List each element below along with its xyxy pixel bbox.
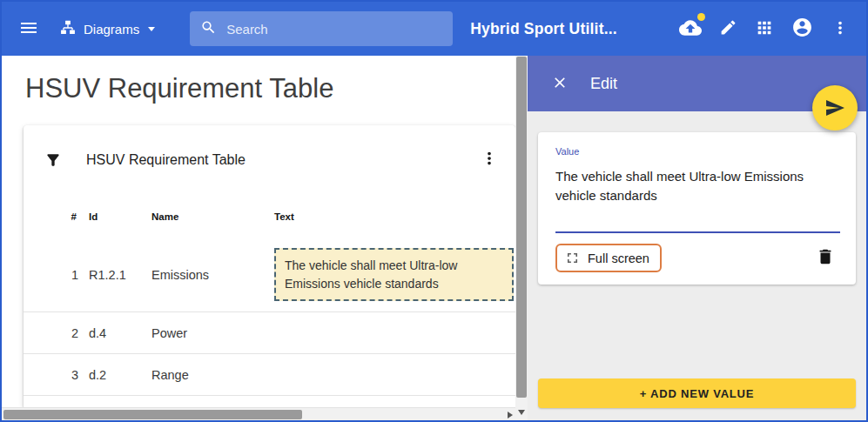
column-header-text: Text xyxy=(274,211,514,222)
content-area: HSUV Requirement Table HSUV Requirement … xyxy=(2,56,866,420)
vertical-scrollbar-thumb[interactable] xyxy=(516,57,527,398)
row-name: Emissions xyxy=(151,268,274,282)
input-underline xyxy=(555,231,840,233)
apps-grid-icon xyxy=(755,18,774,40)
apps-grid-button[interactable] xyxy=(750,14,778,44)
horizontal-scrollbar-thumb[interactable] xyxy=(3,410,302,419)
account-circle-icon xyxy=(791,17,813,41)
send-icon xyxy=(824,97,845,118)
search-input[interactable] xyxy=(226,22,442,37)
chevron-down-icon xyxy=(148,27,155,31)
row-id: R1.2.1 xyxy=(89,268,151,282)
row-id: d.4 xyxy=(89,326,151,340)
topbar-actions xyxy=(675,12,854,46)
search-icon xyxy=(200,19,217,39)
diagrams-menu[interactable]: Diagrams xyxy=(59,19,155,39)
diagrams-icon xyxy=(59,19,77,39)
table-row[interactable]: 3 d.2 Range xyxy=(24,354,515,396)
topbar: Diagrams Hybrid Sport Utilit... xyxy=(2,2,866,56)
table-row[interactable]: 2 d.4 Power xyxy=(24,312,515,354)
row-text-cell: The vehicle shall meet Ultra-low Emissio… xyxy=(274,243,514,306)
page-title: HSUV Requirement Table xyxy=(25,73,515,104)
edit-panel: Edit Value The vehicle shall meet Ultra-… xyxy=(528,56,866,420)
hamburger-icon xyxy=(18,17,39,41)
fullscreen-button[interactable]: Full screen xyxy=(555,244,662,272)
close-icon xyxy=(551,74,569,94)
filter-icon[interactable] xyxy=(44,151,62,169)
card-title: HSUV Requirement Table xyxy=(86,152,451,168)
send-fab[interactable] xyxy=(812,85,858,131)
delete-button[interactable] xyxy=(811,244,840,272)
fullscreen-label: Full screen xyxy=(588,251,649,265)
trash-icon xyxy=(816,256,835,269)
menu-button[interactable] xyxy=(14,13,44,45)
table-header-row: # Id Name Text xyxy=(24,189,515,238)
selected-text-cell[interactable]: The vehicle shall meet Ultra-low Emissio… xyxy=(274,248,514,301)
close-button[interactable] xyxy=(547,70,573,98)
more-vert-icon xyxy=(480,149,499,171)
main-area: HSUV Requirement Table HSUV Requirement … xyxy=(2,56,515,420)
column-header-num: # xyxy=(44,211,89,222)
card-menu-button[interactable] xyxy=(475,144,503,175)
row-id: d.2 xyxy=(89,368,151,382)
edit-pencil-button[interactable] xyxy=(715,14,742,44)
value-text-input[interactable]: The vehicle shall meet Ultra-low Emissio… xyxy=(555,167,834,205)
fullscreen-icon xyxy=(564,250,581,266)
app-window: Diagrams Hybrid Sport Utilit... xyxy=(0,0,868,422)
column-header-name: Name xyxy=(151,211,274,222)
cloud-upload-button[interactable] xyxy=(675,12,706,46)
document-title: Hybrid Sport Utilit... xyxy=(470,20,617,38)
scroll-down-arrow-icon[interactable] xyxy=(518,410,525,415)
scroll-right-arrow-icon[interactable] xyxy=(508,412,513,419)
card-header: HSUV Requirement Table xyxy=(24,125,515,189)
pencil-icon xyxy=(719,18,737,39)
notification-dot xyxy=(697,13,705,21)
account-button[interactable] xyxy=(787,12,818,45)
value-actions: Full screen xyxy=(555,244,840,272)
row-number: 2 xyxy=(44,326,89,340)
row-name: Power xyxy=(151,326,274,340)
value-label: Value xyxy=(555,146,840,157)
row-name: Range xyxy=(151,368,274,382)
panel-title: Edit xyxy=(590,75,617,93)
more-options-button[interactable] xyxy=(826,14,854,44)
diagrams-label: Diagrams xyxy=(84,22,139,37)
horizontal-scrollbar[interactable] xyxy=(2,407,515,420)
vertical-scrollbar[interactable] xyxy=(515,56,528,420)
row-number: 1 xyxy=(44,268,89,282)
row-number: 3 xyxy=(44,368,89,382)
column-header-id: Id xyxy=(89,211,151,222)
value-card: Value The vehicle shall meet Ultra-low E… xyxy=(538,132,856,285)
add-new-value-button[interactable]: + ADD NEW VALUE xyxy=(538,378,856,408)
search-box[interactable] xyxy=(190,11,453,46)
table-row[interactable]: 1 R1.2.1 Emissions The vehicle shall mee… xyxy=(24,238,515,312)
requirement-table-card: HSUV Requirement Table # Id Name Text 1 xyxy=(24,125,515,407)
more-vert-icon xyxy=(831,18,850,40)
